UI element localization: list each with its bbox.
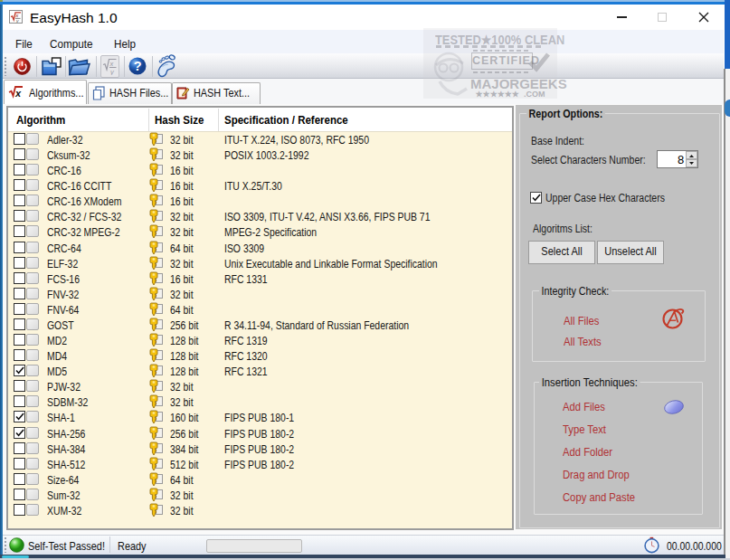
svg-text:y: y <box>109 68 115 75</box>
svg-text:x: x <box>14 88 22 99</box>
svg-text:x: x <box>109 60 114 68</box>
svg-text:?: ? <box>134 59 142 73</box>
